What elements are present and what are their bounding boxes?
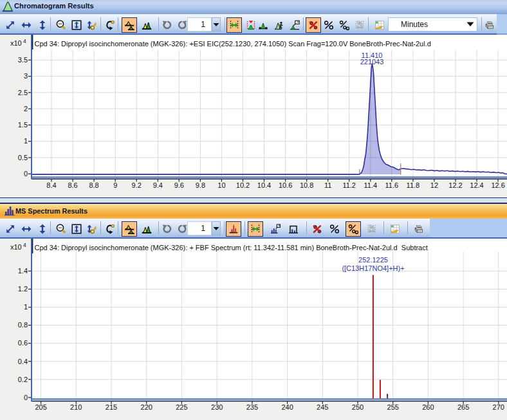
- svg-text:0.2: 0.2: [18, 376, 28, 383]
- svg-text:250: 250: [352, 403, 364, 411]
- svg-text:1: 1: [24, 303, 28, 311]
- svg-text:210: 210: [70, 403, 82, 411]
- svg-text:4: 4: [23, 38, 26, 44]
- svg-text:12.6: 12.6: [491, 181, 504, 189]
- svg-text:9.4: 9.4: [153, 181, 163, 189]
- svg-text:4: 4: [23, 242, 26, 248]
- svg-text:2: 2: [24, 105, 28, 113]
- svg-text:8.6: 8.6: [68, 181, 77, 189]
- svg-text:0.5: 0.5: [18, 154, 28, 161]
- svg-text:1.2: 1.2: [18, 285, 28, 293]
- svg-text:10.2: 10.2: [236, 181, 250, 189]
- svg-text:11.2: 11.2: [342, 181, 356, 189]
- svg-text:11.8: 11.8: [407, 181, 420, 189]
- svg-text:225: 225: [176, 403, 187, 411]
- svg-text:10.4: 10.4: [257, 181, 271, 189]
- svg-text:0.4: 0.4: [18, 358, 28, 365]
- svg-text:3.5: 3.5: [18, 56, 28, 64]
- svg-text:10.6: 10.6: [279, 181, 292, 189]
- svg-text:1.5: 1.5: [18, 121, 28, 129]
- svg-text:9: 9: [113, 181, 117, 189]
- svg-text:Cpd 34: Dipropyl isocinchomero: Cpd 34: Dipropyl isocinchomeronate (MGK-…: [35, 40, 431, 48]
- svg-text:8.8: 8.8: [89, 181, 98, 189]
- svg-text:9.8: 9.8: [196, 181, 205, 189]
- svg-text:0: 0: [24, 170, 28, 178]
- svg-text:Cpd 34: Dipropyl isocinchomero: Cpd 34: Dipropyl isocinchomeronate (MGK-…: [35, 244, 428, 251]
- svg-text:1: 1: [24, 137, 28, 145]
- svg-text:265: 265: [457, 403, 469, 411]
- svg-text:3: 3: [24, 72, 28, 80]
- svg-text:11.6: 11.6: [385, 181, 399, 189]
- svg-text:240: 240: [281, 403, 293, 411]
- svg-text:9.2: 9.2: [132, 181, 142, 189]
- svg-text:220: 220: [141, 403, 152, 411]
- svg-text:0.6: 0.6: [18, 339, 28, 347]
- svg-text:x10: x10: [10, 243, 22, 251]
- svg-text:9.6: 9.6: [174, 181, 184, 189]
- svg-text:1.4: 1.4: [18, 267, 28, 275]
- svg-text:0.8: 0.8: [18, 321, 28, 329]
- svg-text:245: 245: [317, 403, 328, 411]
- svg-text:260: 260: [422, 403, 434, 411]
- svg-text:11: 11: [324, 181, 331, 189]
- svg-text:252.1225: 252.1225: [358, 256, 388, 264]
- svg-text:12.2: 12.2: [448, 181, 462, 189]
- svg-text:11.4: 11.4: [364, 181, 378, 189]
- svg-text:8.4: 8.4: [46, 181, 56, 189]
- svg-text:2.5: 2.5: [18, 89, 28, 96]
- svg-text:221043: 221043: [360, 58, 384, 66]
- svg-text:235: 235: [246, 403, 258, 411]
- svg-text:12.4: 12.4: [470, 181, 483, 189]
- svg-text:10: 10: [217, 181, 225, 189]
- svg-text:0: 0: [24, 394, 28, 401]
- svg-text:([C13H17NO4]+H)+: ([C13H17NO4]+H)+: [342, 264, 404, 272]
- svg-text:215: 215: [106, 403, 117, 411]
- svg-text:230: 230: [211, 403, 223, 411]
- svg-text:10.8: 10.8: [300, 181, 313, 189]
- svg-text:12: 12: [430, 181, 438, 189]
- svg-text:205: 205: [35, 403, 46, 411]
- svg-text:270: 270: [493, 403, 504, 411]
- svg-text:255: 255: [387, 403, 399, 411]
- svg-text:x10: x10: [10, 39, 22, 47]
